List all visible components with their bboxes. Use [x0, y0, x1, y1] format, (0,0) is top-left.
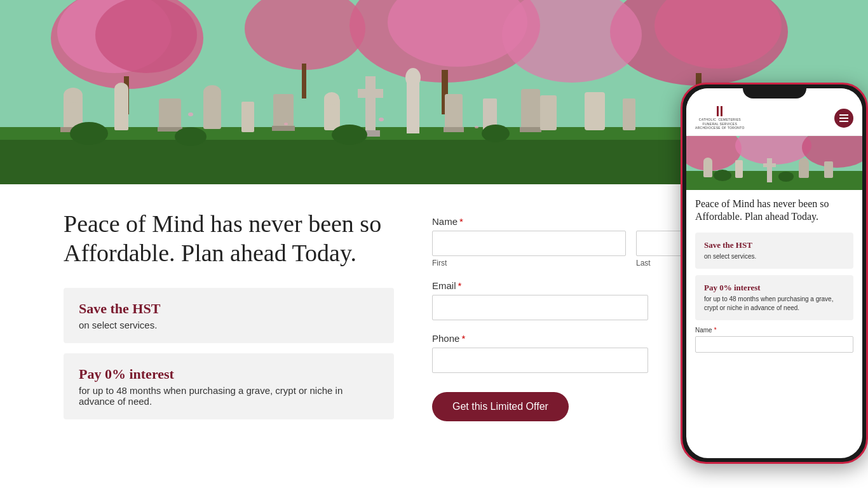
svg-point-64 [714, 170, 731, 181]
page-headline: Peace of Mind has never been so Affordab… [64, 210, 394, 268]
phone-screen: CATHOLIC CEMETERIESFUNERAL SERVICESARCHD… [686, 88, 862, 458]
submit-button[interactable]: Get this Limited Offer [432, 392, 569, 421]
svg-point-50 [475, 126, 478, 128]
svg-rect-63 [824, 161, 833, 178]
svg-point-47 [188, 112, 193, 116]
svg-point-17 [64, 88, 83, 103]
email-input[interactable] [432, 295, 648, 320]
svg-point-65 [778, 172, 794, 182]
hamburger-line-1 [839, 114, 848, 116]
svg-rect-13 [302, 64, 306, 98]
phone-hst-desc: on select services. [704, 252, 844, 261]
phone-name-input[interactable] [695, 336, 853, 353]
hst-offer-desc: on select services. [79, 320, 379, 330]
phone-input[interactable] [432, 348, 648, 373]
svg-rect-31 [358, 89, 383, 98]
phone-menu-button[interactable] [834, 109, 853, 128]
svg-rect-25 [241, 102, 254, 132]
svg-rect-59 [767, 158, 772, 182]
svg-point-3 [95, 0, 197, 73]
first-name-input[interactable] [432, 231, 626, 256]
hamburger-line-3 [839, 121, 848, 122]
hst-offer-title: Save the HST [79, 301, 379, 317]
svg-rect-38 [521, 89, 540, 130]
svg-point-29 [324, 92, 339, 105]
svg-rect-46 [623, 98, 635, 130]
first-label: First [432, 259, 626, 268]
svg-point-41 [175, 127, 207, 146]
phone-body: Peace of Mind has never been so Affordab… [686, 190, 862, 361]
phone-outer-shell: CATHOLIC CEMETERIESFUNERAL SERVICESARCHD… [681, 83, 868, 464]
phone-hero-image [686, 136, 862, 190]
svg-point-40 [70, 122, 108, 145]
interest-offer-desc: for up to 48 months when purchasing a gr… [79, 385, 379, 407]
svg-point-49 [379, 118, 384, 121]
svg-rect-60 [763, 163, 776, 167]
svg-rect-35 [445, 94, 463, 131]
phone-interest-card: Pay 0% interest for up to 48 months when… [695, 275, 853, 320]
hamburger-line-2 [839, 118, 848, 119]
phone-hst-card: Save the HST on select services. [695, 233, 853, 269]
svg-point-24 [203, 85, 221, 99]
phone-interest-title: Pay 0% interest [704, 283, 844, 293]
hst-offer-card: Save the HST on select services. [64, 288, 394, 343]
svg-rect-39 [520, 127, 541, 132]
svg-rect-45 [585, 92, 605, 130]
svg-point-48 [284, 123, 288, 125]
svg-rect-33 [407, 79, 419, 133]
logo-columns-icon [717, 106, 722, 116]
phone-logo-text: CATHOLIC CEMETERIESFUNERAL SERVICESARCHD… [695, 118, 745, 130]
phone-notch [743, 85, 806, 98]
svg-rect-27 [272, 126, 295, 131]
svg-point-20 [114, 83, 128, 95]
interest-offer-card: Pay 0% interest for up to 48 months when… [64, 353, 394, 419]
svg-point-42 [332, 125, 367, 145]
phone-logo: CATHOLIC CEMETERIESFUNERAL SERVICESARCHD… [695, 106, 745, 130]
first-name-wrap: First [432, 231, 626, 268]
phone-headline: Peace of Mind has never been so Affordab… [695, 198, 853, 224]
svg-rect-44 [540, 95, 557, 130]
svg-rect-55 [686, 171, 862, 190]
svg-rect-58 [735, 160, 743, 178]
main-content: Peace of Mind has never been so Affordab… [0, 184, 868, 488]
svg-rect-26 [273, 94, 294, 129]
phone-mockup: CATHOLIC CEMETERIESFUNERAL SERVICESARCHD… [681, 83, 868, 464]
left-column: Peace of Mind has never been so Affordab… [64, 210, 394, 430]
svg-point-43 [482, 125, 510, 142]
svg-point-34 [405, 68, 421, 87]
phone-form-section: Name* [695, 327, 853, 353]
phone-interest-desc: for up to 48 months when purchasing a gr… [704, 295, 844, 313]
svg-rect-36 [444, 127, 464, 132]
interest-offer-title: Pay 0% interest [79, 366, 379, 383]
svg-point-62 [799, 158, 809, 167]
phone-hst-title: Save the HST [704, 240, 844, 250]
svg-rect-30 [365, 76, 376, 133]
svg-rect-21 [159, 98, 181, 130]
phone-name-label: Name* [695, 327, 853, 334]
svg-point-57 [703, 158, 712, 165]
